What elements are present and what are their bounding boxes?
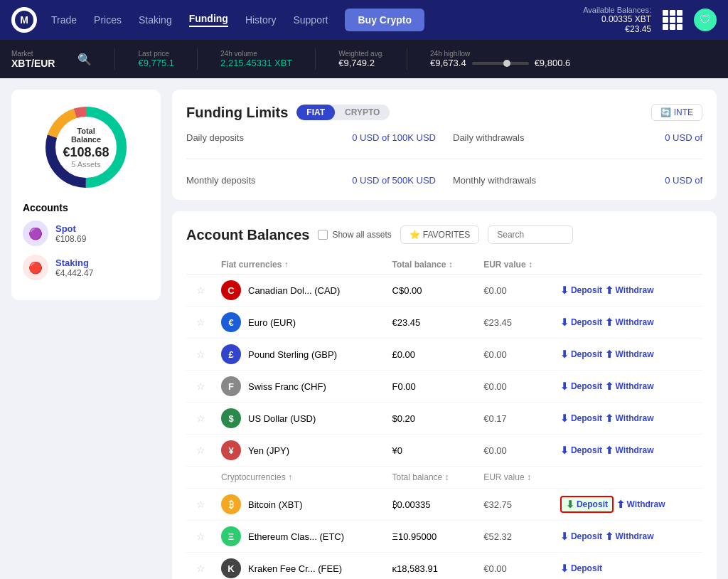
withdraw-button[interactable]: ⬆ Withdraw — [605, 349, 654, 360]
monthly-withdrawals-row: Monthly withdrawals 0 USD of — [453, 175, 702, 186]
star-button[interactable]: ☆ — [192, 347, 210, 361]
currency-eur: €0.00 — [478, 339, 555, 371]
deposit-button[interactable]: ⬇ Deposit — [560, 349, 602, 360]
inte-button[interactable]: 🔄 INTE — [651, 104, 702, 121]
available-balances: Available Balances: 0.00335 XBT €23.45 — [583, 6, 651, 34]
accounts-section: Accounts 🟣 Spot €108.69 🔴 Staking €4,442… — [23, 202, 149, 289]
withdraw-icon: ⬆ — [616, 499, 625, 510]
col-total: Total balance ↕ — [387, 255, 478, 275]
nav-funding[interactable]: Funding — [189, 13, 228, 27]
deposit-button-highlighted[interactable]: ⬇ Deposit — [560, 496, 614, 513]
deposit-button[interactable]: ⬇ Deposit — [560, 531, 602, 542]
currency-icon: F — [221, 376, 241, 396]
withdraw-icon: ⬆ — [605, 285, 614, 296]
available-balances-title: Available Balances: — [583, 6, 651, 14]
nav-staking[interactable]: Staking — [139, 14, 172, 26]
currency-balance: €23.45 — [387, 307, 478, 339]
staking-details: Staking €4,442.47 — [55, 257, 93, 278]
logo[interactable] — [11, 7, 37, 33]
currency-balance: £0.00 — [387, 339, 478, 371]
volume-stat: 24h volume 2,215.45331 XBT — [220, 50, 292, 68]
star-button[interactable]: ☆ — [192, 529, 210, 543]
currency-balance: κ18,583.91 — [387, 553, 478, 580]
tab-fiat[interactable]: FIAT — [296, 105, 335, 120]
search-input[interactable] — [488, 225, 573, 244]
nav-history[interactable]: History — [245, 14, 277, 26]
currency-balance: $0.20 — [387, 403, 478, 435]
currency-cell: € Euro (EUR) — [221, 312, 381, 332]
nav-trade[interactable]: Trade — [51, 14, 77, 26]
withdraw-button[interactable]: ⬆ Withdraw — [605, 445, 654, 456]
shield-icon[interactable] — [694, 9, 717, 31]
star-button[interactable]: ☆ — [192, 283, 210, 297]
currency-icon: $ — [221, 408, 241, 428]
table-row: ☆ ₿ Bitcoin (XBT) ₿0.00335 €32.75 ⬇ Depo… — [186, 489, 702, 521]
last-price-stat: Last price €9,775.1 — [138, 50, 174, 68]
withdraw-button[interactable]: ⬆ Withdraw — [616, 499, 665, 510]
market-pair-value: XBT/EUR — [11, 58, 55, 69]
deposit-button[interactable]: ⬇ Deposit — [560, 413, 602, 424]
star-button[interactable]: ☆ — [192, 497, 210, 511]
currency-icon: C — [221, 280, 241, 300]
spot-amount: €108.69 — [55, 234, 86, 244]
table-row: ☆ € Euro (EUR) €23.45 €23.45 ⬇ Deposit ⬆… — [186, 307, 702, 339]
currency-eur: €0.00 — [478, 275, 555, 307]
table-row: ☆ ¥ Yen (JPY) ¥0 €0.00 ⬇ Deposit ⬆ Withd… — [186, 435, 702, 467]
currency-name: US Dollar (USD) — [248, 413, 316, 424]
staking-icon: 🔴 — [23, 255, 48, 280]
limits-grid: Daily deposits 0 USD of 100K USD Daily w… — [186, 132, 702, 186]
deposit-button[interactable]: ⬇ Deposit — [560, 445, 602, 456]
currency-balance: ¥0 — [387, 435, 478, 467]
deposit-button[interactable]: ⬇ Deposit — [560, 381, 602, 392]
tab-crypto[interactable]: CRYPTO — [335, 105, 390, 120]
deposit-button[interactable]: ⬇ Deposit — [560, 563, 602, 574]
currency-cell: ¥ Yen (JPY) — [221, 440, 381, 460]
deposit-button[interactable]: ⬇ Deposit — [560, 317, 602, 328]
table-row: ☆ C Canadian Dol... (CAD) C$0.00 €0.00 ⬇… — [186, 275, 702, 307]
deposit-button[interactable]: ⬇ Deposit — [560, 285, 602, 296]
deposit-icon: ⬇ — [560, 445, 569, 456]
withdraw-icon: ⬆ — [605, 349, 614, 360]
crypto-section-header-row: Cryptocurrencies ↑ Total balance ↕ EUR v… — [186, 467, 702, 489]
nav-links: Trade Prices Staking Funding History Sup… — [51, 9, 583, 31]
withdraw-button[interactable]: ⬆ Withdraw — [605, 413, 654, 424]
col-eur: EUR value ↕ — [478, 255, 555, 275]
star-button[interactable]: ☆ — [192, 315, 210, 329]
spot-link[interactable]: Spot — [55, 223, 86, 234]
buy-crypto-button[interactable]: Buy Crypto — [345, 9, 424, 31]
market-search-button[interactable]: 🔍 — [77, 53, 92, 66]
market-pair: Market XBT/EUR — [11, 50, 55, 69]
weighted-avg-stat: Weighted avg. €9,749.2 — [338, 50, 384, 68]
star-icon: ⭐ — [410, 230, 420, 240]
star-button[interactable]: ☆ — [192, 443, 210, 457]
favorites-button[interactable]: ⭐ FAVORITES — [400, 225, 479, 244]
star-button[interactable]: ☆ — [192, 379, 210, 393]
show-all-checkbox[interactable] — [318, 230, 328, 240]
deposit-icon: ⬇ — [560, 531, 569, 542]
top-nav: Trade Prices Staking Funding History Sup… — [0, 0, 728, 40]
withdraw-button[interactable]: ⬆ Withdraw — [605, 531, 654, 542]
currency-eur: €0.17 — [478, 403, 555, 435]
star-button[interactable]: ☆ — [192, 411, 210, 425]
withdraw-button[interactable]: ⬆ Withdraw — [605, 381, 654, 392]
market-bar: Market XBT/EUR 🔍 Last price €9,775.1 24h… — [0, 40, 728, 78]
left-panel: Total Balance €108.68 5 Assets Accounts … — [11, 90, 161, 579]
table-row: ☆ K Kraken Fee Cr... (FEE) κ18,583.91 €0… — [186, 553, 702, 580]
table-row: ☆ Ξ Ethereum Clas... (ETC) Ξ10.95000 €52… — [186, 521, 702, 553]
table-row: ☆ $ US Dollar (USD) $0.20 €0.17 ⬇ Deposi… — [186, 403, 702, 435]
spot-icon: 🟣 — [23, 221, 48, 246]
withdraw-button[interactable]: ⬆ Withdraw — [605, 317, 654, 328]
staking-link[interactable]: Staking — [55, 257, 93, 268]
grid-icon[interactable] — [663, 10, 682, 30]
deposit-icon: ⬇ — [560, 413, 569, 424]
star-button[interactable]: ☆ — [192, 561, 210, 575]
currency-icon: ¥ — [221, 440, 241, 460]
currency-name: Kraken Fee Cr... (FEE) — [248, 563, 342, 574]
funding-limits-card: Funding Limits FIAT CRYPTO 🔄 INTE Daily … — [172, 90, 717, 200]
currency-name: Ethereum Clas... (ETC) — [248, 531, 344, 542]
withdraw-button[interactable]: ⬆ Withdraw — [605, 285, 654, 296]
nav-prices[interactable]: Prices — [94, 14, 122, 26]
nav-support[interactable]: Support — [293, 14, 328, 26]
currency-eur: €52.32 — [478, 521, 555, 553]
funding-title: Funding Limits — [186, 105, 288, 121]
